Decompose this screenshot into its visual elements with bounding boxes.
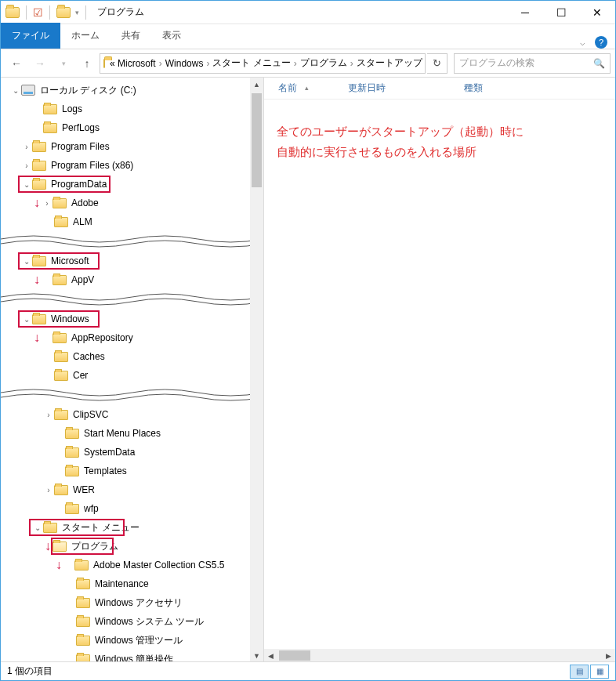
tab-share[interactable]: 共有 [111, 23, 151, 49]
scroll-thumb[interactable] [279, 650, 310, 661]
close-button[interactable]: ✕ [579, 1, 615, 24]
tree-item[interactable]: ›ClipSVC [1, 405, 263, 424]
column-headers[interactable]: 名前 ▴ 更新日時 種類 [264, 78, 615, 100]
tree-item[interactable]: Windows 管理ツール [1, 631, 263, 650]
search-input[interactable]: プログラムの検索 🔍 [454, 53, 611, 74]
tree-item[interactable]: Maintenance [1, 574, 263, 593]
navigation-pane: ⌄ ローカル ディスク (C:) Logs PerfLogs ›Program … [1, 78, 264, 662]
tree-item[interactable]: Windows 簡単操作 [1, 650, 263, 662]
minimize-button[interactable]: ─ [507, 1, 543, 24]
tree-vertical-scrollbar[interactable]: ▲ ▼ [250, 78, 263, 662]
qat-newfolder-icon[interactable] [56, 7, 71, 18]
window-controls: ─ ☐ ✕ [507, 1, 615, 24]
recent-dropdown[interactable]: ▾ [53, 53, 74, 74]
view-details-button[interactable]: ▤ [570, 665, 589, 679]
tree-item[interactable]: Windows システム ツール [1, 612, 263, 631]
tree-item[interactable]: Caches [1, 347, 263, 366]
scroll-left-icon[interactable]: ◀ [264, 649, 277, 662]
qat-dropdown-icon[interactable]: ▾ [75, 9, 79, 16]
tree-item[interactable]: Cer [1, 366, 263, 385]
up-button[interactable]: ↑ [76, 53, 98, 74]
tree-item[interactable]: Templates [1, 462, 263, 480]
folder-tree[interactable]: ⌄ ローカル ディスク (C:) Logs PerfLogs ›Program … [1, 78, 263, 662]
tree-item[interactable]: ALM [1, 212, 263, 231]
tree-item[interactable]: Logs [1, 100, 263, 118]
tree-item-programs[interactable]: ↓プログラム [1, 537, 263, 556]
address-bar[interactable]: « Microsoft› Windows› スタート メニュー› プログラム› … [100, 53, 426, 74]
tree-item[interactable]: ↓Adobe Master Collection CS5.5 [1, 556, 263, 574]
annotation-text: 全てのユーザーがスタートアップ（起動）時に 自動的に実行させるものを入れる場所 [277, 121, 524, 161]
maximize-button[interactable]: ☐ [543, 1, 579, 24]
omission-wave [1, 386, 263, 404]
scroll-up-icon[interactable]: ▲ [250, 78, 263, 91]
content-pane: 名前 ▴ 更新日時 種類 全てのユーザーがスタートアップ（起動）時に 自動的に実… [264, 78, 615, 662]
tree-item[interactable]: PerfLogs [1, 118, 263, 137]
tab-home[interactable]: ホーム [60, 23, 111, 49]
col-date[interactable]: 更新日時 [348, 82, 464, 95]
title-bar: ☑ ▾ プログラム ─ ☐ ✕ [1, 1, 615, 24]
scroll-thumb[interactable] [252, 93, 262, 187]
scroll-down-icon[interactable]: ▼ [250, 649, 263, 662]
tab-file[interactable]: ファイル [1, 23, 60, 49]
status-bar: 1 個の項目 ▤ ▦ [1, 661, 615, 680]
forward-button[interactable]: → [29, 53, 51, 74]
tree-item[interactable]: SystemData [1, 443, 263, 462]
omission-wave [1, 233, 263, 250]
ribbon-tabs: ファイル ホーム 共有 表示 ⌵ ? [1, 24, 615, 49]
explorer-body: ⌄ ローカル ディスク (C:) Logs PerfLogs ›Program … [1, 78, 615, 662]
omission-wave [1, 291, 263, 308]
sort-indicator-icon: ▴ [305, 84, 309, 92]
tree-item-microsoft[interactable]: ⌄Microsoft [1, 252, 263, 270]
quick-access-toolbar: ☑ ▾ [1, 5, 94, 20]
tree-item-programdata[interactable]: ⌄ProgramData [1, 175, 263, 194]
tree-item-windows[interactable]: ⌄Windows [1, 310, 263, 328]
tree-item[interactable]: Start Menu Places [1, 424, 263, 443]
tree-item[interactable]: ↓AppRepository [1, 328, 263, 347]
app-icon[interactable] [5, 7, 20, 18]
address-folder-icon [103, 59, 105, 68]
status-text: 1 個の項目 [7, 665, 53, 678]
tree-root-drive[interactable]: ⌄ ローカル ディスク (C:) [1, 81, 263, 100]
tree-item[interactable]: ›WER [1, 480, 263, 499]
breadcrumb[interactable]: « Microsoft› Windows› スタート メニュー› プログラム› … [110, 56, 426, 70]
ribbon-expand-icon[interactable]: ⌵ [580, 38, 585, 48]
tree-item[interactable]: wfp [1, 499, 263, 518]
view-icons-button[interactable]: ▦ [590, 665, 609, 679]
qat-properties-icon[interactable]: ☑ [33, 6, 43, 19]
navigation-bar: ← → ▾ ↑ « Microsoft› Windows› スタート メニュー›… [1, 49, 615, 78]
tree-item-start-menu[interactable]: ⌄スタート メニュー [1, 518, 263, 537]
window-title: プログラム [94, 5, 144, 19]
tree-item[interactable]: ↓›Adobe [1, 194, 263, 212]
content-horizontal-scrollbar[interactable]: ◀ ▶ [264, 649, 615, 662]
tree-item[interactable]: ›Program Files [1, 137, 263, 156]
refresh-button[interactable]: ↻ [427, 53, 448, 74]
tree-item[interactable]: ›Program Files (x86) [1, 156, 263, 175]
tree-item[interactable]: ↓AppV [1, 270, 263, 289]
tab-view[interactable]: 表示 [151, 23, 192, 49]
help-icon[interactable]: ? [595, 36, 607, 49]
scroll-right-icon[interactable]: ▶ [602, 649, 615, 662]
drive-icon [21, 85, 35, 96]
col-type[interactable]: 種類 [464, 82, 561, 95]
tree-item[interactable]: Windows アクセサリ [1, 593, 263, 612]
search-icon[interactable]: 🔍 [593, 58, 605, 69]
back-button[interactable]: ← [5, 53, 27, 74]
search-placeholder: プログラムの検索 [459, 56, 534, 70]
